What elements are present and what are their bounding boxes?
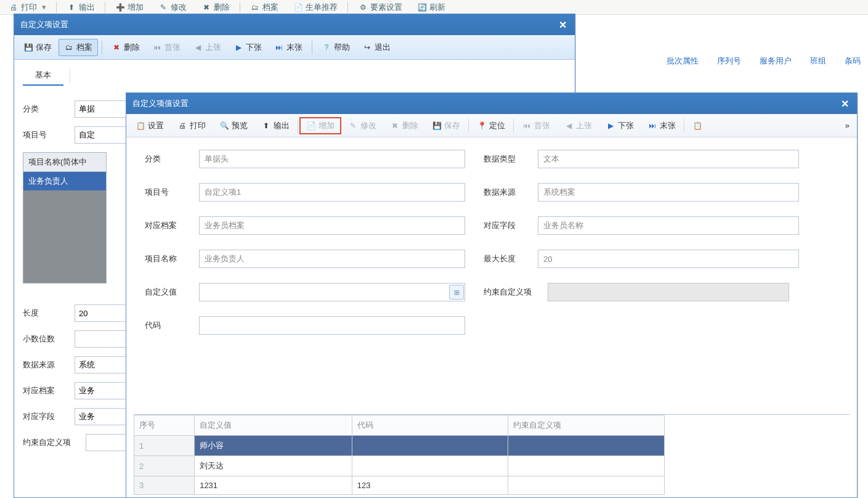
duiyingdangan-input[interactable] — [199, 216, 465, 235]
col-cons[interactable]: 约束自定义项 — [508, 415, 665, 436]
print-button[interactable]: 🖨打印 — [171, 117, 213, 134]
refresh-button[interactable]: 🔄刷新 — [411, 1, 452, 14]
preview-button[interactable]: 🔍预览 — [213, 117, 254, 134]
help-button[interactable]: ?帮助 — [316, 39, 355, 56]
export-button[interactable]: ⬆输出 — [254, 117, 296, 134]
next-button[interactable]: ▶下张 — [228, 39, 267, 56]
col-val[interactable]: 自定义值 — [195, 415, 352, 436]
dialog-titlebar[interactable]: 自定义项设置 ✕ — [14, 14, 575, 35]
save-button[interactable]: 💾保存 — [425, 117, 467, 134]
exit-button[interactable]: ↪退出 — [357, 39, 396, 56]
separator — [468, 119, 469, 133]
fenlei-input[interactable] — [199, 150, 465, 168]
shujuleixing-input[interactable] — [538, 150, 799, 168]
locate-icon: 📍 — [477, 121, 487, 131]
delete-button[interactable]: ✖删除 — [383, 117, 425, 134]
more-button[interactable]: » — [840, 121, 854, 130]
first-button[interactable]: ⏮首张 — [515, 117, 557, 134]
shujulaiyuan-input[interactable] — [538, 183, 799, 202]
print-icon: 🖨 — [177, 121, 187, 131]
generate-icon: 📄 — [293, 2, 303, 12]
archive-icon: 🗂 — [64, 43, 74, 52]
project-list-blank — [23, 190, 106, 283]
close-icon[interactable]: ✕ — [556, 18, 569, 31]
dialog2-titlebar[interactable]: 自定义项值设置 ✕ — [126, 93, 857, 114]
settings-button[interactable]: 📋设置 — [129, 117, 171, 134]
next-button[interactable]: ▶下张 — [599, 117, 641, 134]
next-icon: ▶ — [606, 121, 615, 131]
separator — [56, 2, 57, 13]
tab-basic[interactable]: 基本 — [23, 66, 63, 86]
tab-user[interactable]: 服务用户 — [760, 55, 792, 67]
generate-button[interactable]: 📄生单推荐 — [287, 1, 344, 14]
last-button[interactable]: ⏭末张 — [641, 117, 683, 134]
table-row[interactable]: 1 师小容 — [134, 436, 665, 456]
first-button[interactable]: ⏮首张 — [147, 39, 186, 56]
dialog2-body: 分类 数据类型 项目号 数据来源 对应档案 对应字段 项目名称 最大长度 自定义… — [126, 137, 857, 335]
setting-button[interactable]: ⚙要素设置 — [352, 1, 408, 14]
add-icon: ➕ — [115, 2, 125, 12]
export-button[interactable]: ⬆输出 — [60, 1, 101, 14]
grid-header-row: 序号 自定义值 代码 约束自定义项 — [134, 415, 665, 436]
delete-button[interactable]: ✖删除 — [106, 39, 145, 56]
close-icon[interactable]: ✕ — [838, 97, 851, 110]
zuidachangdu-input[interactable] — [538, 250, 799, 268]
cell-cons — [508, 436, 665, 456]
add-button[interactable]: 📄增加 — [299, 117, 341, 134]
cell-val: 师小容 — [195, 436, 352, 456]
export-icon: ⬆ — [67, 2, 76, 12]
archive-button[interactable]: 🗂档案 — [59, 39, 98, 56]
dialog2-title: 自定义项值设置 — [132, 98, 189, 109]
duiyingdangan-label: 对应档案 — [145, 220, 194, 231]
lookup-button[interactable]: ⊞ — [449, 285, 464, 300]
last-icon: ⏭ — [274, 43, 284, 52]
yueshu-input[interactable] — [548, 283, 789, 301]
zidingyi-input[interactable] — [199, 283, 465, 301]
tab-team[interactable]: 班组 — [810, 55, 826, 67]
delete-icon: ✖ — [390, 121, 400, 131]
table-row[interactable]: 3 1231 123 — [134, 476, 665, 495]
separator — [102, 41, 102, 54]
cell-seq: 1 — [134, 436, 195, 456]
col-code[interactable]: 代码 — [352, 415, 508, 436]
first-icon: ⏮ — [152, 43, 162, 52]
archive-button[interactable]: 🗂档案 — [244, 1, 285, 14]
xiangmuhao-input[interactable] — [199, 183, 465, 202]
xiangmumingcheng-input[interactable] — [199, 250, 465, 268]
modify-button[interactable]: ✎修改 — [152, 1, 193, 14]
duiyingziduan-input[interactable] — [538, 216, 799, 235]
project-list-row[interactable]: 业务负责人 — [23, 172, 106, 190]
add-button[interactable]: ➕增加 — [109, 1, 150, 14]
extra-button[interactable]: 📋 — [686, 118, 709, 134]
separator — [312, 41, 312, 54]
exit-icon: ↪ — [362, 43, 372, 52]
shujuleixing-label: 数据类型 — [484, 153, 533, 165]
save-button[interactable]: 💾保存 — [18, 39, 57, 56]
tab-links: 批次属性 序列号 服务用户 班组 条码 — [667, 55, 861, 67]
tab-batch[interactable]: 批次属性 — [667, 55, 699, 67]
print-button[interactable]: 🖨打印▾ — [2, 1, 52, 14]
tab-barcode[interactable]: 条码 — [845, 55, 861, 67]
grid-icon: ⊞ — [454, 288, 460, 296]
separator — [513, 119, 514, 133]
shujulaiyuan-label: 数据来源 — [484, 187, 533, 198]
prev-button[interactable]: ◀上张 — [557, 117, 599, 134]
help-icon: ? — [322, 43, 331, 52]
table-row[interactable]: 2 刘天达 — [134, 456, 665, 476]
modify-button[interactable]: ✎修改 — [341, 117, 383, 134]
cell-cons — [508, 476, 665, 495]
export-icon: ⬆ — [261, 121, 271, 131]
locate-button[interactable]: 📍定位 — [470, 117, 512, 134]
preview-icon: 🔍 — [219, 121, 229, 131]
separator — [298, 119, 298, 133]
prev-button[interactable]: ◀上张 — [187, 39, 227, 56]
last-button[interactable]: ⏭末张 — [269, 39, 308, 56]
col-seq[interactable]: 序号 — [134, 415, 195, 436]
tab-serial[interactable]: 序列号 — [717, 55, 741, 67]
settings-icon: 📋 — [136, 121, 145, 131]
daima-input[interactable] — [199, 316, 465, 335]
delete-button[interactable]: ✖删除 — [195, 1, 236, 14]
xiangmuhao-label: 项目号 — [23, 129, 67, 141]
fenlei-label: 分类 — [145, 153, 194, 165]
cell-seq: 3 — [134, 476, 195, 495]
